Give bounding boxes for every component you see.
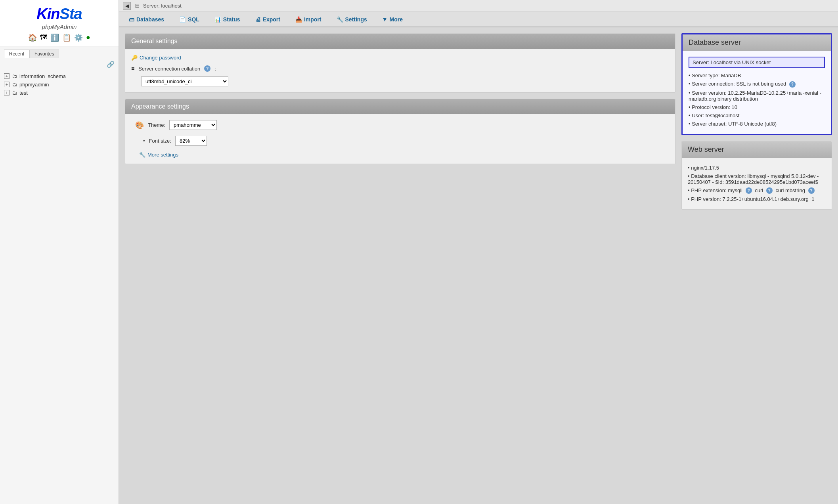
server-name-highlight: Server: Localhost via UNIX socket xyxy=(689,57,825,68)
left-column: General settings 🔑 Change password ≡ Ser… xyxy=(125,33,675,164)
font-size-bullet: • xyxy=(143,138,145,144)
collation-help-icon[interactable]: ? xyxy=(204,65,210,72)
sql-icon: 📄 xyxy=(179,16,186,23)
key-icon: 🔑 xyxy=(131,55,138,61)
user-item: User: test@localhost xyxy=(689,111,825,120)
php-extension-item: PHP extension: mysqli ? curl ? curl mbst… xyxy=(688,186,826,195)
home-icon[interactable]: 🏠 xyxy=(28,33,37,42)
chain-link-icon: 🔗 xyxy=(107,61,115,68)
kinsta-logo: KinSta phpMyAdmin xyxy=(4,6,115,30)
expand-icon-pma[interactable]: + xyxy=(4,82,10,87)
page-title: Server: localhost xyxy=(143,3,182,9)
db-name-test[interactable]: test xyxy=(19,90,28,96)
font-size-label: Font size: xyxy=(149,138,171,144)
general-settings-body: 🔑 Change password ≡ Server connection co… xyxy=(125,49,675,92)
curl-help-icon[interactable]: ? xyxy=(766,187,773,194)
general-settings-box: General settings 🔑 Change password ≡ Ser… xyxy=(125,33,675,93)
map-icon[interactable]: 🗺 xyxy=(40,33,47,42)
server-version-item: Server version: 10.2.25-MariaDB-10.2.25+… xyxy=(689,89,825,103)
mysqli-help-icon[interactable]: ? xyxy=(746,187,752,194)
web-server-body: nginx/1.17.5 Database client version: li… xyxy=(682,158,832,210)
tab-more[interactable]: ▼ More xyxy=(375,12,410,27)
info-icon[interactable]: ℹ️ xyxy=(50,33,59,42)
nginx-version-item: nginx/1.17.5 xyxy=(688,164,826,172)
wrench-icon: 🔧 xyxy=(139,152,145,158)
general-settings-header: General settings xyxy=(125,34,675,49)
db-icon-information-schema: 🗂 xyxy=(12,73,17,79)
collation-row: ≡ Server connection collation ? : xyxy=(131,65,669,72)
right-column: Database server Server: Localhost via UN… xyxy=(681,33,832,210)
sidebar: KinSta phpMyAdmin 🏠 🗺 ℹ️ 📋 ⚙️ ● Recent F… xyxy=(0,0,119,504)
collation-icon: ≡ xyxy=(131,65,134,72)
db-item-information-schema[interactable]: + 🗂 information_schema xyxy=(0,72,119,80)
sidebar-icon-row: 🏠 🗺 ℹ️ 📋 ⚙️ ● xyxy=(4,33,115,42)
theme-label: Theme: xyxy=(148,122,165,128)
db-name-phpmyadmin[interactable]: phpmyadmin xyxy=(19,82,49,88)
tab-databases[interactable]: 🗃 Databases xyxy=(121,12,172,27)
titlebar: ◀ 🖥 Server: localhost xyxy=(119,0,838,12)
protocol-version-item: Protocol version: 10 xyxy=(689,103,825,111)
tab-status[interactable]: 📊 Status xyxy=(207,12,248,27)
more-settings-link[interactable]: 🔧 More settings xyxy=(139,152,669,158)
database-server-info-list: Server type: MariaDB Server connection: … xyxy=(689,71,825,128)
theme-icon: 🎨 xyxy=(135,121,144,130)
tab-favorites[interactable]: Favorites xyxy=(29,50,59,58)
collation-select[interactable]: utf8mb4_unicode_ci utf8_general_ci latin… xyxy=(141,76,228,86)
php-version-item: PHP version: 7.2.25-1+ubuntu16.04.1+deb.… xyxy=(688,195,826,203)
expand-icon[interactable]: + xyxy=(4,73,10,79)
gear-icon[interactable]: ⚙️ xyxy=(74,33,83,42)
db-icon-phpmyadmin: 🗂 xyxy=(12,82,17,88)
back-button[interactable]: ◀ xyxy=(123,2,131,10)
databases-icon: 🗃 xyxy=(129,16,134,23)
font-size-row: • Font size: 82% 100% 120% xyxy=(131,136,669,146)
export-icon: 🖨 xyxy=(255,16,261,23)
expand-icon-test[interactable]: + xyxy=(4,90,10,95)
font-size-select[interactable]: 82% 100% 120% xyxy=(175,136,207,146)
pma-subtitle: phpMyAdmin xyxy=(4,23,115,30)
more-dropdown-icon: ▼ xyxy=(382,16,388,23)
sidebar-chain-link: 🔗 xyxy=(0,58,119,71)
green-icon: ● xyxy=(86,33,90,42)
db-icon-test: 🗂 xyxy=(12,90,17,96)
database-server-box: Database server Server: Localhost via UN… xyxy=(681,33,832,135)
web-server-box: Web server nginx/1.17.5 Database client … xyxy=(681,141,832,210)
collation-label: Server connection collation xyxy=(138,66,200,72)
main-area: ◀ 🖥 Server: localhost 🗃 Databases 📄 SQL … xyxy=(119,0,838,504)
tab-export[interactable]: 🖨 Export xyxy=(248,12,288,27)
import-icon: 📥 xyxy=(295,16,302,23)
appearance-settings-header: Appearance settings xyxy=(125,99,675,114)
status-icon: 📊 xyxy=(214,16,221,23)
logo-area: KinSta phpMyAdmin 🏠 🗺 ℹ️ 📋 ⚙️ ● xyxy=(0,0,119,46)
db-item-test[interactable]: + 🗂 test xyxy=(0,89,119,97)
database-server-body: Server: Localhost via UNIX socket Server… xyxy=(683,51,831,134)
db-name-information-schema[interactable]: information_schema xyxy=(19,73,66,79)
database-list: + 🗂 information_schema + 🗂 phpmyadmin + … xyxy=(0,71,119,99)
theme-row: 🎨 Theme: pmahomme original metro xyxy=(131,120,669,130)
collation-select-row: utf8mb4_unicode_ci utf8_general_ci latin… xyxy=(131,76,669,86)
nav-tabs: 🗃 Databases 📄 SQL 📊 Status 🖨 Export 📥 Im… xyxy=(119,12,838,27)
doc-icon[interactable]: 📋 xyxy=(62,33,71,42)
content-area: General settings 🔑 Change password ≡ Ser… xyxy=(119,27,838,504)
ssl-help-icon[interactable]: ? xyxy=(789,81,796,88)
charset-item: Server charset: UTF-8 Unicode (utf8) xyxy=(689,120,825,128)
web-server-header: Web server xyxy=(682,141,832,158)
theme-select[interactable]: pmahomme original metro xyxy=(169,120,217,130)
server-icon: 🖥 xyxy=(134,2,140,9)
tab-sql[interactable]: 📄 SQL xyxy=(172,12,207,27)
db-client-item: Database client version: libmysql - mysq… xyxy=(688,172,826,186)
mbstring-help-icon[interactable]: ? xyxy=(808,187,815,194)
change-password-link[interactable]: 🔑 Change password xyxy=(131,55,669,61)
tab-import[interactable]: 📥 Import xyxy=(288,12,329,27)
server-connection-item: Server connection: SSL is not being used… xyxy=(689,80,825,89)
db-item-phpmyadmin[interactable]: + 🗂 phpmyadmin xyxy=(0,80,119,89)
tab-recent[interactable]: Recent xyxy=(4,50,29,58)
appearance-settings-box: Appearance settings 🎨 Theme: pmahomme or… xyxy=(125,99,675,164)
server-type-item: Server type: MariaDB xyxy=(689,71,825,80)
database-server-header: Database server xyxy=(683,34,831,51)
tab-settings[interactable]: 🔧 Settings xyxy=(329,12,375,27)
web-server-info-list: nginx/1.17.5 Database client version: li… xyxy=(688,164,826,204)
sidebar-tabs: Recent Favorites xyxy=(0,46,119,58)
settings-icon: 🔧 xyxy=(337,16,343,23)
appearance-settings-body: 🎨 Theme: pmahomme original metro • Font … xyxy=(125,114,675,164)
